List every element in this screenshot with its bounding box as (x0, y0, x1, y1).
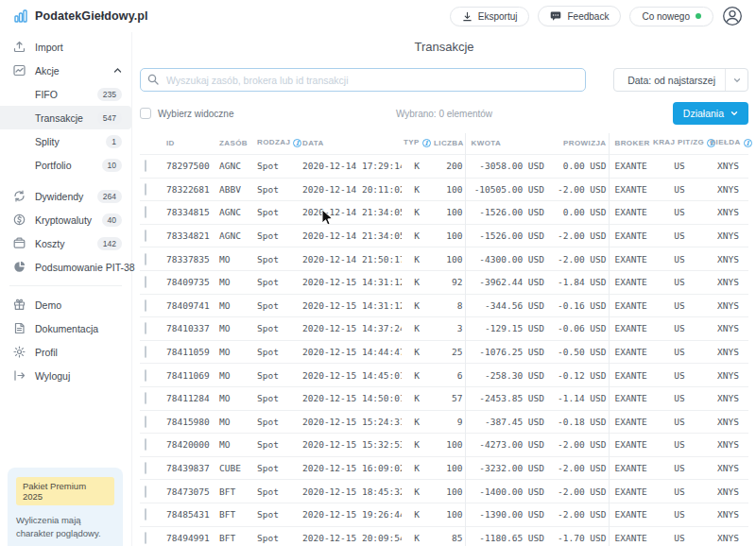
cell-amount: -3232.00 USD (465, 456, 546, 480)
cell-asset: MO (217, 386, 255, 410)
column-header-data[interactable]: DATA (301, 133, 402, 155)
sidebar-item-dywidendy[interactable]: Dywidendy 264 (0, 184, 131, 208)
user-avatar[interactable] (722, 6, 743, 26)
select-visible-control[interactable]: Wybierz widoczne (140, 108, 234, 119)
table-row[interactable]: 78409735 MO Spot 2020-12-15 14:31:12 K 9… (140, 270, 748, 294)
whats-new-button[interactable]: Co nowego (629, 7, 713, 26)
feedback-button[interactable]: Feedback (538, 6, 621, 26)
sidebar-item-transakcje[interactable]: Transakcje 547 (0, 106, 131, 129)
sidebar-item-fifo[interactable]: FIFO 235 (0, 82, 131, 106)
table-row[interactable]: 78494991 BFT Spot 2020-12-15 20:09:54 K … (140, 526, 748, 546)
table-row[interactable]: 78411284 MO Spot 2020-12-15 14:50:01 K 5… (140, 386, 748, 410)
column-header-zasob[interactable]: ZASÓB (217, 133, 255, 155)
table-row[interactable]: 78334815 AGNC Spot 2020-12-14 21:34:05 K… (140, 201, 748, 225)
table-row[interactable]: 78409741 MO Spot 2020-12-15 14:31:12 K 8… (140, 294, 748, 317)
column-header-kwota[interactable]: KWOTA (465, 133, 546, 155)
cell-fee: -2.00 USD (546, 456, 609, 480)
cell-broker: EXANTE (609, 386, 651, 410)
cell-country: US (651, 224, 708, 247)
row-checkbox[interactable] (145, 369, 146, 382)
sidebar-item-label: Akcje (35, 65, 113, 77)
sidebar-item-label: Profil (35, 347, 122, 358)
cell-kind: Spot (255, 526, 301, 546)
sidebar-item-profil[interactable]: Profil (0, 340, 131, 364)
cell-kind: Spot (255, 155, 301, 179)
premium-badge: Pakiet Premium 2025 (16, 477, 114, 505)
row-checkbox[interactable] (145, 486, 146, 498)
sidebar-item-demo[interactable]: Demo (0, 293, 131, 316)
cell-fee: -2.00 USD (546, 247, 609, 271)
row-checkbox[interactable] (145, 160, 146, 172)
cell-fee: -2.00 USD (546, 503, 609, 526)
sidebar-item-portfolio[interactable]: Portfolio 10 (0, 153, 131, 177)
sidebar-item-splity[interactable]: Splity 1 (0, 129, 131, 153)
row-checkbox[interactable] (145, 532, 146, 544)
row-checkbox[interactable] (145, 346, 146, 358)
export-button[interactable]: Eksportuj (450, 7, 530, 26)
row-checkbox[interactable] (145, 206, 146, 218)
sidebar-item-akcje[interactable]: Akcje (0, 59, 131, 82)
cell-amount: -1076.25 USD (465, 340, 546, 364)
info-icon[interactable] (744, 139, 752, 147)
sort-dropdown[interactable]: Data: od najstarszej (613, 68, 748, 92)
cell-exchange: XNYS (708, 456, 748, 480)
cell-kind: Spot (255, 410, 301, 434)
info-icon[interactable] (422, 139, 431, 147)
row-checkbox[interactable] (145, 253, 146, 265)
table-row[interactable]: 78334821 AGNC Spot 2020-12-14 21:34:05 K… (140, 224, 748, 247)
sidebar-item-kryptowaluty[interactable]: Kryptowaluty 40 (0, 208, 131, 231)
cell-asset: AGNC (217, 201, 255, 225)
table-row[interactable]: 78473075 BFT Spot 2020-12-15 18:45:32 K … (140, 480, 748, 503)
sidebar-item-import[interactable]: Import (0, 35, 131, 59)
table-row[interactable]: 78411069 MO Spot 2020-12-15 14:45:01 K 6… (140, 364, 748, 387)
cell-asset: MO (217, 410, 255, 434)
column-header-prowizja[interactable]: PROWIZJA (546, 133, 609, 155)
brand-logo[interactable]: PodatekGiełdowy.pl (13, 9, 148, 24)
table-row[interactable]: 78411059 MO Spot 2020-12-15 14:44:47 K 2… (140, 340, 748, 364)
cell-qty: 3 (432, 317, 465, 341)
table-row[interactable]: 78415980 MO Spot 2020-12-15 15:24:31 K 9… (140, 410, 748, 434)
table-row[interactable]: 78485431 BFT Spot 2020-12-15 19:26:44 K … (140, 503, 748, 526)
row-checkbox[interactable] (145, 299, 146, 312)
sidebar-item-dokumentacja[interactable]: Dokumentacja (0, 316, 131, 340)
count-badge: 142 (97, 237, 122, 250)
sidebar-item-label: FIFO (35, 89, 97, 100)
table-row[interactable]: 78439837 CUBE Spot 2020-12-15 16:09:02 K… (140, 456, 748, 480)
sidebar-item-label: Wyloguj (35, 370, 122, 382)
column-header-rodzaj[interactable]: RODZAJ (255, 133, 301, 155)
column-header-gielda[interactable]: GIEŁDA (708, 133, 748, 155)
table-row[interactable]: 78337835 MO Spot 2020-12-14 21:50:17 K 1… (140, 247, 748, 271)
cell-id: 78411284 (164, 386, 217, 410)
row-checkbox[interactable] (145, 276, 146, 288)
row-checkbox[interactable] (145, 508, 146, 520)
column-header-broker[interactable]: BROKER (609, 133, 651, 155)
cell-date: 2020-12-14 21:34:05 (301, 201, 402, 225)
table-row[interactable]: 78297500 AGNC Spot 2020-12-14 17:29:14 K… (140, 155, 748, 179)
row-checkbox-cell (140, 364, 164, 387)
column-header-liczba[interactable]: LICZBA (432, 133, 465, 155)
info-icon[interactable] (293, 139, 301, 147)
sidebar-item-pit38[interactable]: Podsumowanie PIT-38 (0, 255, 131, 279)
column-header-typ[interactable]: TYP (402, 133, 432, 155)
search-input[interactable] (140, 68, 586, 92)
row-checkbox[interactable] (145, 438, 146, 451)
column-header-id[interactable]: ID (164, 133, 217, 155)
cell-country: US (651, 386, 708, 410)
table-row[interactable]: 78322681 ABBV Spot 2020-12-14 20:11:02 K… (140, 178, 748, 201)
row-checkbox[interactable] (145, 183, 146, 196)
cell-date: 2020-12-15 14:50:01 (301, 386, 402, 410)
table-row[interactable]: 78420000 MO Spot 2020-12-15 15:32:53 K 1… (140, 434, 748, 457)
row-checkbox[interactable] (145, 462, 146, 474)
actions-button[interactable]: Działania (673, 102, 748, 125)
row-checkbox[interactable] (145, 322, 146, 334)
table-row[interactable]: 78410337 MO Spot 2020-12-15 14:37:24 K 3… (140, 317, 748, 341)
top-bar: PodatekGiełdowy.pl Eksportuj Feedback Co… (0, 0, 756, 32)
row-checkbox[interactable] (145, 230, 146, 242)
sidebar-item-wyloguj[interactable]: Wyloguj (0, 364, 131, 387)
cell-asset: AGNC (217, 224, 255, 247)
row-checkbox[interactable] (145, 416, 146, 428)
column-header-kraj[interactable]: KRAJ PIT/ZG (651, 133, 708, 155)
select-visible-checkbox[interactable] (140, 108, 151, 119)
sidebar-item-koszty[interactable]: Koszty 142 (0, 231, 131, 255)
row-checkbox[interactable] (145, 392, 146, 404)
